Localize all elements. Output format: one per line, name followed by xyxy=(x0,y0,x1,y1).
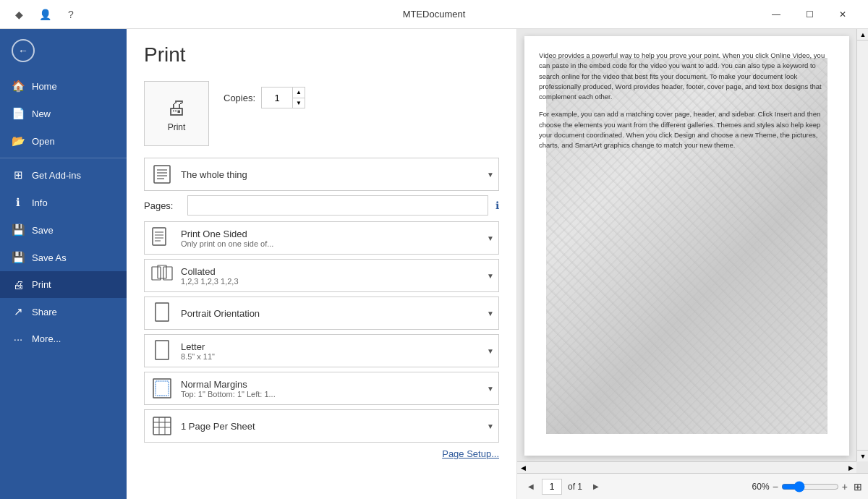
print-settings: Print 🖨 Print Copies: ▲ ▼ xyxy=(127,29,517,499)
svg-rect-5 xyxy=(153,228,166,245)
sidebar-item-print[interactable]: 🖨 Print xyxy=(0,271,127,298)
scroll-right-button[interactable]: ▶ xyxy=(845,462,856,474)
copies-input[interactable] xyxy=(262,88,292,108)
print-button[interactable]: 🖨 Print xyxy=(144,81,209,146)
svg-rect-12 xyxy=(163,267,172,280)
sidebar-label-more: More... xyxy=(32,333,61,344)
svg-rect-10 xyxy=(152,267,161,280)
maximize-button[interactable]: ☐ xyxy=(793,0,826,29)
paper-main: Letter xyxy=(181,341,481,352)
pps-text: 1 Page Per Sheet xyxy=(181,421,481,432)
sidebar-item-saveas[interactable]: 💾 Save As xyxy=(0,244,127,271)
pps-arrow: ▼ xyxy=(487,422,494,430)
zoom-info: 60% − + ⊞ xyxy=(752,481,862,492)
next-page-button[interactable]: ▶ xyxy=(588,479,604,495)
preview-area: ▲ ▼ Video provides a powerful way to hel… xyxy=(517,29,868,499)
title-bar-left-icons: ◆ 👤 ? xyxy=(9,4,81,25)
diamond-icon[interactable]: ◆ xyxy=(9,4,29,25)
window-controls: — ☐ ✕ xyxy=(760,0,859,29)
sidebar-item-addins[interactable]: ⊞ Get Add-ins xyxy=(0,161,127,189)
sidebar-label-new: New xyxy=(32,108,51,119)
help-icon[interactable]: ? xyxy=(61,4,81,25)
paper-text: Letter 8.5" x 11" xyxy=(181,341,481,361)
sidebar-item-open[interactable]: 📂 Open xyxy=(0,127,127,155)
scroll-up-button[interactable]: ▲ xyxy=(857,29,868,40)
sidebar-label-home: Home xyxy=(32,81,57,92)
svg-rect-14 xyxy=(156,341,169,359)
scroll-down-button[interactable]: ▼ xyxy=(857,450,868,461)
collated-dropdown[interactable]: Collated 1,2,3 1,2,3 1,2,3 ▼ xyxy=(144,259,499,292)
sidebar-item-info[interactable]: ℹ Info xyxy=(0,189,127,216)
paper-arrow: ▼ xyxy=(487,347,494,355)
sidebar-item-new[interactable]: 📄 New xyxy=(0,100,127,127)
pages-per-sheet-dropdown[interactable]: 1 Page Per Sheet ▼ xyxy=(144,409,499,443)
sidebar-label-print: Print xyxy=(32,279,51,290)
svg-rect-0 xyxy=(154,166,170,183)
person-icon[interactable]: 👤 xyxy=(35,4,55,25)
saveas-icon: 💾 xyxy=(12,251,25,264)
copies-down-button[interactable]: ▼ xyxy=(293,98,305,108)
margins-text: Normal Margins Top: 1" Bottom: 1" Left: … xyxy=(181,379,481,398)
pps-icon xyxy=(149,413,175,439)
page-number-input[interactable] xyxy=(542,479,562,495)
margins-arrow: ▼ xyxy=(487,385,494,393)
sidebar-label-share: Share xyxy=(32,307,57,317)
zoom-slider[interactable] xyxy=(781,481,839,492)
orientation-arrow: ▼ xyxy=(487,310,494,317)
orientation-dropdown[interactable]: Portrait Orientation ▼ xyxy=(144,297,499,330)
page-setup-link[interactable]: Page Setup... xyxy=(144,448,499,459)
orientation-main: Portrait Orientation xyxy=(181,308,481,319)
sidebar-item-save[interactable]: 💾 Save xyxy=(0,216,127,244)
collated-arrow: ▼ xyxy=(487,272,494,280)
copies-label: Copies: xyxy=(224,93,255,103)
print-icon: 🖨 xyxy=(12,278,25,291)
prev-page-button[interactable]: ◀ xyxy=(523,479,539,495)
pps-main: 1 Page Per Sheet xyxy=(181,421,481,432)
portrait-icon xyxy=(149,300,175,326)
scroll-left-button[interactable]: ◀ xyxy=(517,462,529,474)
sides-dropdown[interactable]: Print One Sided Only print on one side o… xyxy=(144,221,499,255)
sidebar-item-home[interactable]: 🏠 Home xyxy=(0,72,127,100)
page-total: of 1 xyxy=(565,482,585,492)
copies-up-button[interactable]: ▲ xyxy=(293,88,305,98)
what-to-print-main: The whole thing xyxy=(181,169,481,180)
margins-main: Normal Margins xyxy=(181,379,481,390)
minimize-button[interactable]: — xyxy=(760,0,793,29)
sides-sub: Only print on one side of... xyxy=(181,239,481,248)
back-button[interactable]: ← xyxy=(0,29,127,72)
paper-size-dropdown[interactable]: Letter 8.5" x 11" ▼ xyxy=(144,334,499,367)
svg-rect-16 xyxy=(156,381,169,396)
hscroll-track xyxy=(529,462,845,473)
pages-label: Pages: xyxy=(144,200,180,211)
collated-main: Collated xyxy=(181,266,481,277)
print-btn-area: 🖨 Print Copies: ▲ ▼ xyxy=(144,81,499,146)
fit-page-button[interactable]: ⊞ xyxy=(854,481,862,492)
collated-text: Collated 1,2,3 1,2,3 1,2,3 xyxy=(181,266,481,286)
sidebar-label-addins: Get Add-ins xyxy=(32,170,81,181)
sides-arrow: ▼ xyxy=(487,234,494,242)
zoom-in-button[interactable]: + xyxy=(842,481,848,492)
margins-dropdown[interactable]: Normal Margins Top: 1" Bottom: 1" Left: … xyxy=(144,372,499,405)
preview-bottom-bar: ◀ of 1 ▶ 60% − + ⊞ xyxy=(517,473,868,499)
sidebar-item-share[interactable]: ↗ Share xyxy=(0,298,127,325)
horizontal-scrollbar[interactable]: ◀ ▶ xyxy=(517,461,856,473)
zoom-out-button[interactable]: − xyxy=(773,481,778,492)
addins-icon: ⊞ xyxy=(12,169,25,182)
sidebar-item-more[interactable]: ··· More... xyxy=(0,325,127,352)
title-bar: ◆ 👤 ? MTEDocument — ☐ ✕ xyxy=(0,0,868,29)
doc-paragraph-2: For example, you can add a matching cove… xyxy=(539,109,835,150)
collate-icon xyxy=(149,263,175,289)
preview-content: Video provides a powerful way to help yo… xyxy=(517,29,856,461)
pages-input[interactable] xyxy=(187,195,488,216)
svg-rect-13 xyxy=(156,303,169,321)
more-icon: ··· xyxy=(12,333,25,345)
pages-info-icon[interactable]: ℹ xyxy=(495,200,499,211)
vertical-scrollbar[interactable]: ▲ ▼ xyxy=(856,29,868,461)
sidebar-label-save: Save xyxy=(32,225,54,236)
zoom-level: 60% xyxy=(752,482,770,492)
close-button[interactable]: ✕ xyxy=(826,0,859,29)
new-icon: 📄 xyxy=(12,107,25,120)
scroll-track xyxy=(857,40,868,450)
home-icon: 🏠 xyxy=(12,80,25,93)
what-to-print-dropdown[interactable]: The whole thing ▼ xyxy=(144,158,499,191)
